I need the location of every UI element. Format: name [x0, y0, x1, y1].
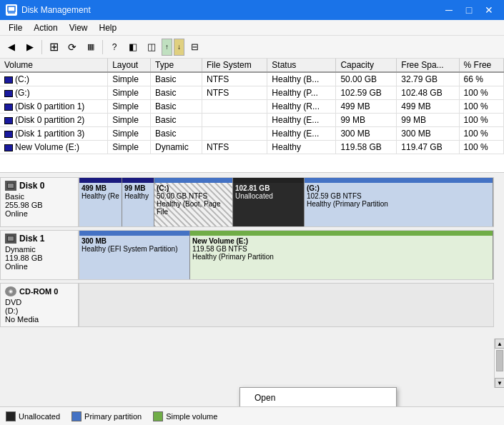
disk1-type: Dynamic: [5, 245, 74, 254]
window-controls: ─ □ ✕: [440, 3, 498, 17]
toolbar-forward[interactable]: ▶: [21, 39, 39, 56]
menu-bar: File Action View Help: [0, 20, 504, 36]
disk-scroll[interactable]: Disk 0 Basic 255.98 GB Online 499 MB Hea…: [0, 173, 504, 406]
table-row[interactable]: New Volume (E:) Simple Dynamic NTFS Heal…: [0, 141, 504, 154]
legend-unallocated: Unallocated: [6, 411, 60, 421]
toolbar-sep-2: [102, 40, 103, 54]
disk0-seg1[interactable]: 499 MB Healthy (Re: [79, 178, 122, 226]
legend-simple-label: Simple volume: [166, 412, 217, 421]
disk0-label: Disk 0 Basic 255.98 GB Online: [0, 177, 79, 227]
new-volume-label: New Volume (E:): [192, 237, 248, 245]
col-pct: % Free: [459, 59, 503, 72]
col-layout: Layout: [108, 59, 151, 72]
svg-rect-0: [8, 6, 15, 11]
toolbar-sep-1: [41, 40, 42, 54]
disk1-title: Disk 1: [19, 234, 44, 244]
disk0-seg4[interactable]: 102.81 GB Unallocated: [233, 178, 305, 226]
disk0-size: 255.98 GB: [5, 201, 74, 209]
legend-primary-label: Primary partition: [84, 412, 142, 421]
main-content: Volume Layout Type File System Status Ca…: [0, 59, 504, 425]
disk1-segments: 300 MB Healthy (EFI System Partition) Ne…: [79, 230, 494, 280]
table-row[interactable]: (Disk 1 partition 3) Simple Basic Health…: [0, 127, 504, 141]
toolbar-btn4[interactable]: ◧: [124, 39, 142, 56]
disk1-seg1[interactable]: 300 MB Healthy (EFI System Partition): [79, 231, 190, 279]
menu-file[interactable]: File: [3, 21, 28, 34]
legend-simple: Simple volume: [153, 411, 217, 421]
title-bar: Disk Management ─ □ ✕: [0, 0, 504, 20]
scroll-up-btn[interactable]: ▲: [495, 339, 504, 349]
toolbar-properties[interactable]: ⊞: [45, 39, 62, 56]
col-free: Free Spa...: [397, 59, 459, 72]
table-row[interactable]: (Disk 0 partition 1) Simple Basic Health…: [0, 100, 504, 114]
close-button[interactable]: ✕: [480, 3, 498, 17]
toolbar-btn6[interactable]: ↑: [162, 39, 172, 56]
disk1-row: Disk 1 Dynamic 119.88 GB Online 300 MB H…: [0, 230, 494, 280]
cdrom-row: ◉ CD-ROM 0 DVD (D:) No Media: [0, 283, 494, 327]
table-row[interactable]: (C:) Simple Basic NTFS Healthy (B... 50.…: [0, 72, 504, 86]
window-title: Disk Management: [21, 5, 91, 15]
disk0-type: Basic: [5, 192, 74, 201]
toolbar-help[interactable]: ?: [106, 39, 123, 56]
disk1-seg2[interactable]: New Volume (E:) 119.58 GB NTFS Healthy (…: [190, 231, 493, 279]
menu-help[interactable]: Help: [94, 21, 123, 34]
ctx-item-explore[interactable]: Explore: [240, 406, 396, 406]
toolbar-btn3[interactable]: ▦: [82, 39, 99, 56]
toolbar-btn8[interactable]: ⊟: [186, 39, 203, 56]
disk0-seg2[interactable]: 99 MB Healthy: [122, 178, 154, 226]
cdrom-drive: (D:): [5, 306, 74, 315]
right-scrollbar[interactable]: ▲ ▼: [494, 339, 504, 388]
title-bar-left: Disk Management: [6, 4, 91, 16]
maximize-button[interactable]: □: [460, 3, 478, 17]
table-row[interactable]: (Disk 0 partition 2) Simple Basic Health…: [0, 114, 504, 127]
col-fs: File System: [202, 59, 267, 72]
disk1-label: Disk 1 Dynamic 119.88 GB Online: [0, 230, 79, 280]
context-menu: OpenExploreMark Partition as ActiveChang…: [239, 387, 397, 406]
scroll-thumb[interactable]: [496, 350, 503, 371]
legend-primary: Primary partition: [71, 411, 142, 421]
cdrom-area: [79, 283, 494, 327]
minimize-button[interactable]: ─: [440, 3, 458, 17]
legend-unallocated-label: Unallocated: [19, 412, 60, 421]
col-capacity: Capacity: [336, 59, 397, 72]
legend-primary-box: [71, 411, 81, 421]
col-type: Type: [151, 59, 202, 72]
scroll-down-btn[interactable]: ▼: [495, 378, 504, 388]
disk1-status: Online: [5, 262, 74, 271]
menu-view[interactable]: View: [64, 21, 94, 34]
disk0-status: Online: [5, 209, 74, 218]
ctx-item-open[interactable]: Open: [240, 390, 396, 406]
disk0-segments: 499 MB Healthy (Re 99 MB Healthy: [79, 177, 494, 227]
toolbar-btn5[interactable]: ◫: [143, 39, 160, 56]
disk1-size: 119.88 GB: [5, 254, 74, 262]
disk0-row: Disk 0 Basic 255.98 GB Online 499 MB Hea…: [0, 177, 494, 227]
col-status: Status: [267, 59, 336, 72]
legend: Unallocated Primary partition Simple vol…: [0, 406, 504, 425]
toolbar-btn7[interactable]: ↓: [174, 39, 184, 56]
cdrom-label: ◉ CD-ROM 0 DVD (D:) No Media: [0, 283, 79, 327]
disk0-seg5[interactable]: (G:) 102.59 GB NTFS Healthy (Primary Par…: [305, 178, 493, 226]
cdrom-status: No Media: [5, 315, 74, 324]
menu-action[interactable]: Action: [28, 21, 63, 34]
table-row[interactable]: (G:) Simple Basic NTFS Healthy (P... 102…: [0, 86, 504, 100]
toolbar: ◀ ▶ ⊞ ⟳ ▦ ? ◧ ◫ ↑ ↓ ⊟: [0, 36, 504, 59]
disk0-title: Disk 0: [19, 181, 44, 191]
legend-unallocated-box: [6, 411, 16, 421]
app-icon: [6, 4, 17, 16]
volume-table[interactable]: Volume Layout Type File System Status Ca…: [0, 59, 504, 173]
toolbar-refresh[interactable]: ⟳: [64, 39, 81, 56]
col-volume: Volume: [0, 59, 108, 72]
disk-area: Disk 0 Basic 255.98 GB Online 499 MB Hea…: [0, 173, 504, 406]
disk0-seg3[interactable]: (C:) 50.00 GB NTFS Healthy (Boot, Page F…: [154, 178, 233, 226]
toolbar-back[interactable]: ◀: [3, 39, 20, 56]
cdrom-type: DVD: [5, 298, 74, 306]
cdrom-title: CD-ROM 0: [19, 287, 58, 296]
legend-simple-box: [153, 411, 163, 421]
